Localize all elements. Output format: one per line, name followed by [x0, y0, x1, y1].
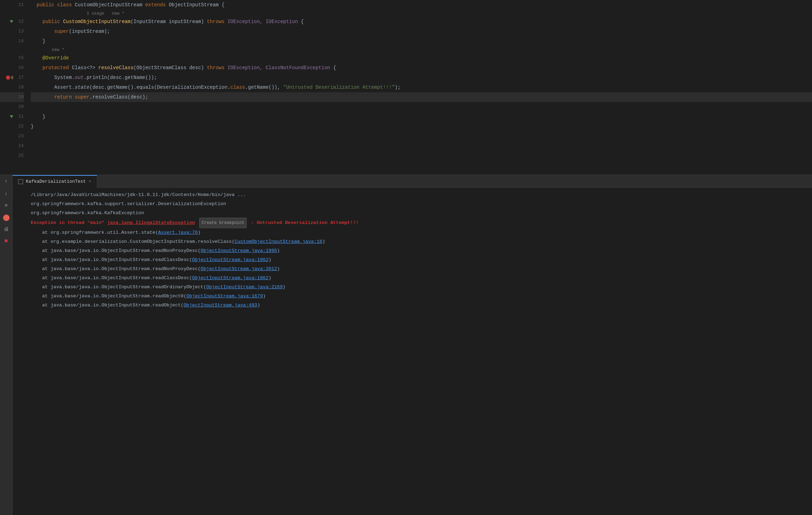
stack-line-4: at java.base/java.io.ObjectInputStream.r… [31, 255, 806, 264]
code-line-24 [31, 141, 812, 151]
run-tab-icon [18, 179, 23, 184]
stack-line-2: at org.example.deserialization.CustomObj… [31, 237, 806, 246]
bookmark-icon-22 [10, 115, 13, 118]
stack-link-1[interactable]: Assert.java:76 [158, 230, 198, 235]
tab-close-button[interactable]: × [89, 179, 91, 184]
stack-line-3: at java.base/java.io.ObjectInputStream.r… [31, 246, 806, 255]
stack-link-8[interactable]: ObjectInputStream.java:1679 [187, 293, 263, 299]
stack-link-7[interactable]: ObjectInputStream.java:2169 [206, 284, 283, 290]
code-line-12: public CustomObjectInputStream(InputStre… [31, 17, 812, 27]
console-content-area: KafkaDerializationTest × /Library/Java/J… [13, 175, 812, 515]
stop-button[interactable]: ■ [2, 237, 10, 245]
line-gutter: 11 12 13 14 [0, 0, 28, 175]
exception-class-link[interactable]: java.lang.IllegalStateException [107, 220, 195, 225]
gutter-icons-13 [3, 20, 13, 23]
scroll-down-button[interactable]: ↓ [2, 190, 10, 197]
filter-button[interactable]: ⬤ [2, 213, 10, 221]
code-line-11: public class CustomObjectInputStream ext… [31, 0, 812, 10]
gutter-line-20: 19 [0, 92, 24, 102]
gutter-line-22: 21 [0, 112, 24, 122]
stack-link-2[interactable]: CustomObjectInputStream.java:18 [234, 239, 322, 244]
gutter-line-25: 24 [0, 141, 24, 151]
stack-line-8: at java.base/java.io.ObjectInputStream.r… [31, 292, 806, 301]
exception-prefix: Exception in thread "main" [31, 220, 107, 225]
console-tab-bar: KafkaDerializationTest × [13, 175, 812, 188]
stack-line-9: at java.base/java.io.ObjectInputStream.r… [31, 301, 806, 310]
keyword-protected: protected [43, 65, 69, 71]
exception-message: : Untrusted Deserialization Attempt!!! [248, 220, 358, 225]
gutter-line-14: 13 [0, 27, 24, 36]
gutter-icons-18b: @ [3, 73, 13, 82]
output-line-exception: Exception in thread "main" java.lang.Ill… [31, 218, 806, 228]
console-output-area: /Library/Java/JavaVirtualMachines/jdk-11… [25, 188, 812, 313]
code-line-22: } [31, 122, 812, 131]
gutter-hint-row2 [0, 46, 24, 53]
gutter-hint-row [0, 10, 24, 17]
gutter-line-17: 15 [0, 53, 24, 63]
ide-window: 11 12 13 14 [0, 0, 812, 515]
gutter-line-18: 16 [0, 63, 24, 73]
breakpoint-icon[interactable] [6, 75, 10, 80]
stack-line-6: at java.base/java.io.ObjectInputStream.r… [31, 274, 806, 283]
gutter-line-24: 23 [0, 131, 24, 141]
editor-panel: 11 12 13 14 [0, 0, 812, 175]
console-tab-kafkaderial[interactable]: KafkaDerializationTest × [13, 175, 97, 188]
gutter-line-26: 25 [0, 151, 24, 161]
stack-link-4[interactable]: ObjectInputStream.java:1862 [192, 257, 269, 262]
gutter-line-19: 18 [0, 82, 24, 92]
code-line-20 [31, 102, 812, 112]
code-line-13: super(inputStream); [31, 27, 812, 36]
hint-line-usage: 1 usage new * [31, 10, 812, 17]
code-line-21: } [31, 112, 812, 122]
code-editor[interactable]: public class CustomObjectInputStream ext… [28, 0, 812, 175]
gutter-icons-22 [3, 115, 13, 118]
stack-line-5: at java.base/java.io.ObjectInputStream.r… [31, 264, 806, 274]
create-breakpoint-button[interactable]: Create breakpoint [199, 218, 247, 228]
output-line-3: org.springframework.kafka.KafkaException [31, 209, 806, 218]
stack-link-5[interactable]: ObjectInputStream.java:2012 [201, 266, 277, 271]
code-line-19: return super.resolveClass(desc); [31, 92, 812, 102]
gutter-line-11: 11 [0, 0, 24, 10]
print-button[interactable]: 🖨 [2, 225, 10, 233]
gutter-line-18b: @ 17 [0, 73, 24, 82]
code-line-15: @Override [31, 53, 812, 63]
code-line-23 [31, 131, 812, 141]
soft-wrap-button[interactable]: ≡ [2, 202, 10, 209]
gutter-line-13: 12 [0, 17, 24, 27]
console-toolbar: ↑ ↓ ≡ ⬤ 🖨 ■ [0, 175, 13, 515]
code-line-18: Assert.state(desc.getName().equals(Deser… [31, 82, 812, 92]
code-line-16: protected Class<?> resolveClass(ObjectSt… [31, 63, 812, 73]
stack-link-3[interactable]: ObjectInputStream.java:1995 [201, 248, 277, 253]
code-line-17: System.out.println(desc.getName()); [31, 73, 812, 82]
output-line-1: /Library/Java/JavaVirtualMachines/jdk-11… [31, 190, 806, 200]
code-line-25 [31, 151, 812, 161]
gutter-line-15: 14 [0, 36, 24, 46]
gutter-line-21: 20 [0, 102, 24, 112]
console-panel: ↑ ↓ ≡ ⬤ 🖨 ■ KafkaDerializationTest × [0, 175, 812, 515]
stack-line-1: at org.springframework.util.Assert.state… [31, 228, 806, 237]
bookmark-icon-13 [10, 20, 13, 23]
hint-line-new: new * [31, 46, 812, 53]
gutter-line-23: 22 [0, 122, 24, 131]
scroll-up-button[interactable]: ↑ [2, 178, 10, 186]
stack-link-9[interactable]: ObjectInputStream.java:493 [183, 303, 257, 308]
output-line-2: org.springframework.kafka.support.serial… [31, 200, 806, 209]
stack-link-6[interactable]: ObjectInputStream.java:1862 [192, 275, 269, 281]
code-line-14: } [31, 36, 812, 46]
at-icon: @ [11, 73, 13, 82]
stack-line-7: at java.base/java.io.ObjectInputStream.r… [31, 283, 806, 292]
console-tab-label: KafkaDerializationTest [26, 179, 86, 184]
